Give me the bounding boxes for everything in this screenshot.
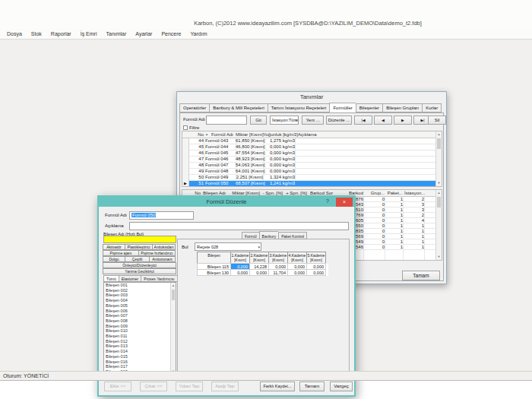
recipe-tab-formul[interactable]: Formül (242, 232, 259, 239)
list-item[interactable]: Bileşen 016 (104, 359, 170, 365)
tab-bilesenler[interactable]: Bileşenler (356, 103, 382, 112)
bilesen-listbox[interactable]: Bileşen 001 Bileşen 002 Bileşen 003 Bile… (103, 282, 176, 375)
asagi-tasi-button[interactable]: Aşağı Taşı (211, 382, 239, 391)
col-miktar[interactable]: Miktar [Kısım] (236, 132, 263, 137)
category-onleyici-duzenleyici-button[interactable]: Önleyici/Düzenleyici (103, 262, 176, 268)
col-kademe-5[interactable]: 5.Kademe [Kısım] (306, 252, 326, 264)
cikar-button[interactable]: Çıkar << (140, 382, 167, 391)
formul-row-selected[interactable]: ▶ 51 Formül 050 68,507 [Kısım] 1,241 kg/… (182, 181, 435, 187)
col-formul-adi[interactable]: Formül Adı (211, 132, 233, 137)
formul-row[interactable]: 44 Formül 043 61,850 [Kısım] 1,275 kg/m3 (182, 138, 435, 144)
menu-item-stok[interactable]: Stok (27, 31, 46, 36)
kademe-row[interactable]: Bileşen 130 0,000 0,000 11,704 0,000 0,0… (198, 270, 328, 276)
col-no[interactable]: No (189, 132, 204, 137)
istasyon-dropdown[interactable]: İstasyon:Tümü ▾ (270, 116, 299, 125)
category-antioksidan-button[interactable]: Antioksidan (152, 244, 176, 250)
sil-button[interactable]: Sil (428, 116, 446, 125)
formul-adi-search-input[interactable] (206, 116, 247, 125)
list-item[interactable]: Bileşen 003 (104, 293, 170, 298)
recete-dropdown[interactable]: Reçete 028 ▾ (195, 242, 261, 251)
hizli-bul-input[interactable] (103, 236, 176, 243)
menu-item-ayarlar[interactable]: Ayarlar (131, 31, 157, 36)
list-tab-elastomer[interactable]: Elastomer (119, 275, 141, 282)
list-item[interactable]: Bileşen 017 (104, 364, 170, 369)
col-bilesen[interactable]: Bileşen (197, 252, 231, 264)
help-icon[interactable]: ? (324, 198, 331, 204)
category-pisirme-ajani-button[interactable]: Pişirme ajanı (103, 250, 139, 256)
list-item[interactable]: Bileşen 013 (104, 344, 170, 349)
tab-kurlar[interactable]: Kurlar (422, 103, 442, 112)
list-item[interactable]: Bileşen 012 (104, 339, 170, 344)
vazgec-button[interactable]: Vazgeç (330, 382, 353, 391)
list-item[interactable]: Bileşen 015 (104, 354, 170, 359)
menu-item-pencere[interactable]: Pencere (157, 31, 185, 36)
nav-next-button[interactable]: ▶ (394, 116, 412, 125)
formul-row[interactable]: 48 Formül 047 54,063 [Kısım] 0,000 kg/m3 (182, 163, 435, 169)
list-item[interactable]: Bileşen 002 (104, 288, 170, 293)
formul-row[interactable]: 49 Formül 048 64,001 [Kısım] 0,000 kg/m3 (182, 169, 435, 175)
formul-row[interactable]: 47 Formül 046 48,923 [Kısım] 0,000 kg/m3 (182, 157, 435, 163)
category-yanma-geciktirici-button[interactable]: Yanma Geciktirici (103, 268, 176, 274)
menu-item-is-emri[interactable]: İş Emri (76, 31, 102, 36)
recipe-tab-banbury[interactable]: Banbury (259, 231, 279, 239)
tanimlar-tamam-button[interactable]: Tamam (402, 271, 440, 280)
list-item[interactable]: Bileşen 014 (104, 349, 170, 354)
list-item[interactable]: Bileşen 007 (104, 313, 170, 318)
scroll-up-icon[interactable]: ▲ (436, 190, 442, 196)
dialog-tamam-button[interactable]: Tamam (299, 382, 325, 391)
list-item[interactable]: Bileşen 005 (104, 303, 170, 309)
formul-row[interactable]: 45 Formül 044 46,800 [Kısım] 0,000 kg/m3 (182, 144, 435, 150)
filtre-checkbox[interactable]: Filtre (183, 125, 199, 130)
scrollbar-thumb[interactable] (437, 138, 441, 149)
category-aktivator-button[interactable]: Aktivatör (103, 244, 125, 250)
dialog-formul-adi-input[interactable]: Formül 050 (129, 211, 194, 220)
nav-first-button[interactable]: |◀ (354, 116, 372, 125)
bilesen-table-scrollbar[interactable]: ▲ ▼ (435, 190, 442, 260)
category-pisirme-hizlandirici-button[interactable]: Pişirme hızlandırıcı (138, 250, 176, 256)
tab-operatorler[interactable]: Operatörler (179, 103, 209, 112)
list-tab-tumu[interactable]: Tümü (103, 275, 119, 282)
scroll-down-icon[interactable]: ▼ (436, 180, 442, 186)
col-paket[interactable]: Paket... (386, 191, 403, 195)
list-item[interactable]: Bileşen 010 (104, 328, 170, 334)
farkli-kaydet-button[interactable]: Farklı Kaydet... (260, 382, 295, 391)
menu-item-raporlar[interactable]: Raporlar (46, 31, 76, 36)
category-antiozonant-button[interactable]: Antiozonant (149, 256, 176, 262)
nav-prev-button[interactable]: ◀ (374, 116, 392, 125)
list-item[interactable]: Bileşen 006 (104, 309, 170, 314)
col-kademe-4[interactable]: 4.Kademe [Kısım] (287, 252, 307, 264)
tab-formuller[interactable]: Formüller (329, 103, 355, 113)
col-yogunluk[interactable]: Yoğunluk [kg/m3] (263, 132, 295, 137)
list-item[interactable]: Bileşen 011 (104, 334, 170, 339)
col-grup[interactable]: Grup... (365, 191, 385, 195)
list-item[interactable]: Bileşen 008 (104, 318, 170, 324)
git-button[interactable]: Git (250, 116, 267, 125)
scrollbar-thumb[interactable] (172, 290, 175, 300)
menu-item-yardim[interactable]: Yardım (185, 31, 211, 36)
category-dolgu-button[interactable]: Dolgu (103, 256, 125, 262)
formul-row[interactable]: 46 Formül 045 47,554 [Kısım] 0,000 kg/m3 (182, 150, 435, 157)
tab-tartim-istasyonu-receteleri[interactable]: Tartım İstasyonu Reçeteleri (268, 103, 330, 112)
bilesen-listbox-scrollbar[interactable]: ▲ ▼ (170, 283, 176, 375)
list-tab-proses-yardimcisi[interactable]: Proses Yardımcısı (141, 275, 177, 282)
duzenle-button[interactable]: Düzenle ... (326, 116, 352, 125)
menu-item-tanimlar[interactable]: Tanımlar (102, 31, 131, 36)
scroll-up-icon[interactable]: ▲ (436, 131, 442, 138)
dialog-aciklama-input[interactable] (129, 222, 349, 230)
list-item[interactable]: Bileşen 009 (104, 324, 170, 329)
ekle-button[interactable]: Ekle >> (104, 382, 131, 391)
list-item[interactable]: Bileşen 001 (104, 283, 170, 288)
close-icon[interactable]: × (336, 198, 353, 207)
scrollbar-thumb[interactable] (437, 197, 441, 207)
col-kademe-2[interactable]: 2.Kademe [Kısım] (249, 252, 269, 264)
category-plastiklestirici-button[interactable]: Plastikleştirici (125, 244, 153, 250)
menu-item-dosya[interactable]: Dosya (2, 31, 27, 36)
tab-bilesen-gruplari[interactable]: Bileşen Grupları (382, 103, 422, 112)
yeni-button[interactable]: Yeni ... (302, 116, 324, 125)
col-istasyon[interactable]: İstasyon... (404, 191, 424, 195)
category-cesitli-button[interactable]: Çeşitli (125, 256, 150, 262)
formul-table-scrollbar[interactable]: ▲ ▼ (435, 131, 442, 186)
scroll-down-icon[interactable]: ▼ (436, 254, 442, 260)
col-kademe-1[interactable]: 1.Kademe [Kısım] (230, 252, 250, 264)
recipe-tab-paket-kontrol[interactable]: Paket Kontrol (278, 232, 307, 239)
